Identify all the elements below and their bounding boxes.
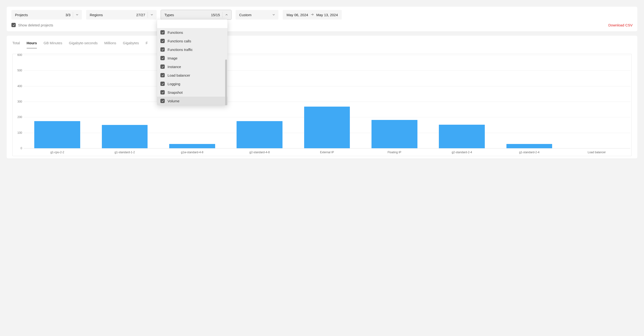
types-option-label: Load balancer: [168, 73, 190, 77]
y-tick-label: 200: [14, 116, 22, 119]
chart-bar[interactable]: [34, 121, 80, 148]
checkbox-checked-icon: [160, 82, 165, 86]
chevron-up-icon: [224, 12, 229, 17]
checkbox-checked-icon: [160, 64, 165, 69]
types-option[interactable]: Instance: [157, 62, 228, 71]
y-tick-label: 100: [14, 131, 22, 134]
tab-total[interactable]: Total: [12, 40, 20, 48]
types-option-label: Functions: [168, 30, 183, 34]
chart-bar[interactable]: [439, 125, 485, 148]
filters-card: Projects 3/3 Regions 27/27 Types 15/15: [7, 7, 637, 32]
types-option[interactable]: Functions calls: [157, 37, 228, 45]
x-tick-label: g2-standard-2-4: [428, 149, 496, 155]
checkbox-checked-icon: [160, 73, 165, 77]
types-option[interactable]: Snapshot: [157, 88, 228, 96]
y-tick-label: 0: [14, 146, 22, 150]
x-tick-label: g1-standard-1-2: [91, 149, 158, 155]
checkbox-checked-icon: [160, 56, 165, 60]
types-option-label: Functions calls: [168, 39, 191, 43]
types-option-label: Snapshot: [168, 90, 182, 94]
tab-millions[interactable]: Millions: [104, 40, 116, 48]
regions-selector-label: Regions: [90, 13, 103, 17]
tab-f[interactable]: F: [146, 40, 148, 48]
types-dropdown-list: FunctionsFunctions callsFunctions traffi…: [157, 28, 228, 105]
projects-selector-count: 3/3: [66, 13, 70, 17]
show-deleted-label: Show deleted projects: [18, 23, 53, 27]
checkbox-checked-icon: [160, 47, 165, 52]
checkbox-checked-icon: [160, 30, 165, 34]
arrow-right-icon: [310, 13, 314, 17]
types-option[interactable]: Load balancer: [157, 71, 228, 80]
tab-gb-minutes[interactable]: GB Minutes: [44, 40, 62, 48]
types-option[interactable]: Volume: [157, 96, 228, 105]
chart-bar[interactable]: [372, 120, 418, 148]
types-selector-count: 15/15: [211, 13, 220, 17]
metric-tabs: TotalHoursGB MinutesGigabyte-secondsMill…: [7, 36, 637, 48]
tab-gigabytes[interactable]: Gigabytes: [123, 40, 139, 48]
filters-row: Projects 3/3 Regions 27/27 Types 15/15: [12, 10, 632, 20]
projects-selector-label: Projects: [15, 13, 28, 17]
tab-hours[interactable]: Hours: [27, 40, 37, 48]
y-tick-label: 400: [14, 84, 22, 88]
types-option-label: Image: [168, 56, 178, 60]
regions-selector-count: 27/27: [136, 13, 145, 17]
types-option[interactable]: Logging: [157, 80, 228, 88]
x-tick-label: External IP: [293, 149, 360, 155]
x-tick-label: Floating IP: [361, 149, 428, 155]
types-option[interactable]: Functions: [157, 28, 228, 37]
chevron-down-icon: [271, 12, 276, 17]
types-dropdown: FunctionsFunctions callsFunctions traffi…: [157, 20, 228, 105]
show-deleted-checkbox[interactable]: Show deleted projects: [12, 23, 53, 27]
daterange-preset-label: Custom: [239, 13, 252, 17]
types-option-label: Instance: [168, 65, 181, 69]
y-tick-label: 600: [14, 53, 22, 57]
download-csv-link[interactable]: Download CSV: [608, 23, 632, 27]
daterange-preset-selector[interactable]: Custom: [236, 10, 278, 20]
chart-bar[interactable]: [304, 106, 350, 148]
x-tick-label: g1-standard-2-4: [496, 149, 563, 155]
chevron-down-icon: [149, 12, 154, 17]
checkbox-checked-icon: [160, 39, 165, 43]
date-to: May 13, 2024: [316, 13, 338, 17]
x-tick-label: g1-cpu-2-2: [24, 149, 91, 155]
x-tick-label: g2-standard-4-8: [226, 149, 293, 155]
chart-bar[interactable]: [169, 144, 215, 148]
types-option[interactable]: Functions traffic: [157, 45, 228, 54]
date-from: May 06, 2024: [286, 13, 308, 17]
projects-selector[interactable]: Projects 3/3: [12, 10, 82, 20]
chart-bar[interactable]: [236, 121, 282, 148]
y-tick-label: 300: [14, 100, 22, 103]
types-option-label: Functions traffic: [168, 48, 193, 52]
chart-bar[interactable]: [506, 144, 552, 148]
types-option-label: Logging: [168, 82, 180, 86]
tab-gigabyte-seconds[interactable]: Gigabyte-seconds: [69, 40, 98, 48]
types-selector-label: Types: [164, 13, 174, 17]
types-selector[interactable]: Types 15/15: [161, 10, 231, 20]
types-dropdown-search[interactable]: [157, 20, 228, 28]
date-range-display[interactable]: May 06, 2024 May 13, 2024: [283, 10, 342, 20]
x-tick-label: g1w-standard-4-8: [158, 149, 226, 155]
types-option-label: Volume: [168, 99, 180, 103]
filters-row-secondary: Show deleted projects Download CSV: [12, 23, 632, 27]
x-tick-label: Load balancer: [563, 149, 630, 155]
chevron-down-icon: [74, 12, 80, 17]
bar-chart: 0100200300400500600 g1-cpu-2-2g1-standar…: [12, 54, 632, 156]
checkbox-checked-icon: [160, 90, 165, 94]
scrollbar-thumb[interactable]: [225, 60, 227, 105]
types-option[interactable]: Image: [157, 54, 228, 62]
checkbox-checked-icon: [12, 23, 16, 27]
chart-bar[interactable]: [102, 125, 148, 148]
checkbox-checked-icon: [160, 99, 165, 103]
regions-selector[interactable]: Regions 27/27: [86, 10, 156, 20]
y-tick-label: 500: [14, 69, 22, 72]
chart-card: TotalHoursGB MinutesGigabyte-secondsMill…: [7, 36, 637, 158]
